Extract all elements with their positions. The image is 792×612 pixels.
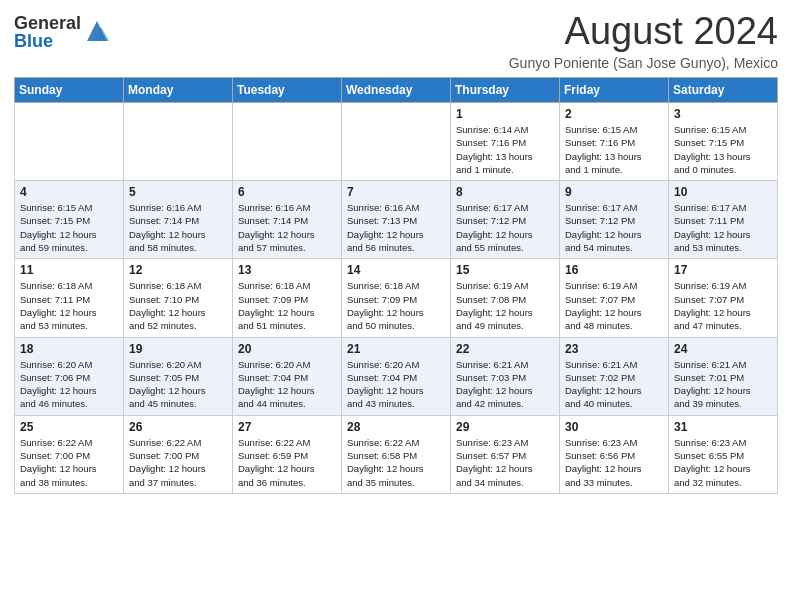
week-row-1: 1Sunrise: 6:14 AM Sunset: 7:16 PM Daylig… [15,103,778,181]
calendar-cell: 2Sunrise: 6:15 AM Sunset: 7:16 PM Daylig… [560,103,669,181]
day-number: 27 [238,420,336,434]
day-number: 14 [347,263,445,277]
calendar-cell: 16Sunrise: 6:19 AM Sunset: 7:07 PM Dayli… [560,259,669,337]
calendar-cell: 22Sunrise: 6:21 AM Sunset: 7:03 PM Dayli… [451,337,560,415]
weekday-wednesday: Wednesday [342,78,451,103]
calendar-cell: 3Sunrise: 6:15 AM Sunset: 7:15 PM Daylig… [669,103,778,181]
logo: General Blue [14,14,111,50]
day-number: 6 [238,185,336,199]
day-number: 7 [347,185,445,199]
calendar-cell: 21Sunrise: 6:20 AM Sunset: 7:04 PM Dayli… [342,337,451,415]
calendar-cell: 24Sunrise: 6:21 AM Sunset: 7:01 PM Dayli… [669,337,778,415]
calendar-cell: 25Sunrise: 6:22 AM Sunset: 7:00 PM Dayli… [15,415,124,493]
day-info: Sunrise: 6:18 AM Sunset: 7:09 PM Dayligh… [347,279,445,332]
day-number: 31 [674,420,772,434]
weekday-saturday: Saturday [669,78,778,103]
calendar-cell: 26Sunrise: 6:22 AM Sunset: 7:00 PM Dayli… [124,415,233,493]
day-info: Sunrise: 6:19 AM Sunset: 7:07 PM Dayligh… [674,279,772,332]
day-number: 25 [20,420,118,434]
day-number: 4 [20,185,118,199]
day-number: 26 [129,420,227,434]
day-info: Sunrise: 6:22 AM Sunset: 6:58 PM Dayligh… [347,436,445,489]
day-info: Sunrise: 6:17 AM Sunset: 7:12 PM Dayligh… [565,201,663,254]
calendar-cell [124,103,233,181]
day-number: 16 [565,263,663,277]
day-info: Sunrise: 6:20 AM Sunset: 7:06 PM Dayligh… [20,358,118,411]
day-number: 5 [129,185,227,199]
day-info: Sunrise: 6:18 AM Sunset: 7:09 PM Dayligh… [238,279,336,332]
calendar-cell: 7Sunrise: 6:16 AM Sunset: 7:13 PM Daylig… [342,181,451,259]
logo-text: General Blue [14,14,81,50]
day-info: Sunrise: 6:21 AM Sunset: 7:02 PM Dayligh… [565,358,663,411]
logo-icon [83,17,111,45]
calendar-cell: 19Sunrise: 6:20 AM Sunset: 7:05 PM Dayli… [124,337,233,415]
day-info: Sunrise: 6:14 AM Sunset: 7:16 PM Dayligh… [456,123,554,176]
day-number: 13 [238,263,336,277]
calendar-cell: 8Sunrise: 6:17 AM Sunset: 7:12 PM Daylig… [451,181,560,259]
day-number: 15 [456,263,554,277]
day-info: Sunrise: 6:18 AM Sunset: 7:11 PM Dayligh… [20,279,118,332]
day-info: Sunrise: 6:23 AM Sunset: 6:55 PM Dayligh… [674,436,772,489]
day-info: Sunrise: 6:17 AM Sunset: 7:11 PM Dayligh… [674,201,772,254]
calendar-cell: 4Sunrise: 6:15 AM Sunset: 7:15 PM Daylig… [15,181,124,259]
day-info: Sunrise: 6:15 AM Sunset: 7:16 PM Dayligh… [565,123,663,176]
day-info: Sunrise: 6:19 AM Sunset: 7:08 PM Dayligh… [456,279,554,332]
day-number: 1 [456,107,554,121]
calendar-cell: 30Sunrise: 6:23 AM Sunset: 6:56 PM Dayli… [560,415,669,493]
weekday-thursday: Thursday [451,78,560,103]
day-number: 10 [674,185,772,199]
day-info: Sunrise: 6:22 AM Sunset: 7:00 PM Dayligh… [129,436,227,489]
calendar-cell: 11Sunrise: 6:18 AM Sunset: 7:11 PM Dayli… [15,259,124,337]
day-info: Sunrise: 6:21 AM Sunset: 7:01 PM Dayligh… [674,358,772,411]
weekday-tuesday: Tuesday [233,78,342,103]
day-number: 12 [129,263,227,277]
logo-general: General [14,14,81,32]
day-info: Sunrise: 6:22 AM Sunset: 6:59 PM Dayligh… [238,436,336,489]
calendar-cell [233,103,342,181]
day-number: 9 [565,185,663,199]
week-row-5: 25Sunrise: 6:22 AM Sunset: 7:00 PM Dayli… [15,415,778,493]
day-number: 2 [565,107,663,121]
day-number: 23 [565,342,663,356]
calendar-cell: 29Sunrise: 6:23 AM Sunset: 6:57 PM Dayli… [451,415,560,493]
day-number: 28 [347,420,445,434]
logo-blue: Blue [14,32,81,50]
day-info: Sunrise: 6:16 AM Sunset: 7:13 PM Dayligh… [347,201,445,254]
calendar-cell [342,103,451,181]
weekday-sunday: Sunday [15,78,124,103]
day-info: Sunrise: 6:15 AM Sunset: 7:15 PM Dayligh… [20,201,118,254]
header: General Blue August 2024 Gunyo Poniente … [14,10,778,71]
day-info: Sunrise: 6:16 AM Sunset: 7:14 PM Dayligh… [129,201,227,254]
day-info: Sunrise: 6:19 AM Sunset: 7:07 PM Dayligh… [565,279,663,332]
day-info: Sunrise: 6:16 AM Sunset: 7:14 PM Dayligh… [238,201,336,254]
calendar-cell: 20Sunrise: 6:20 AM Sunset: 7:04 PM Dayli… [233,337,342,415]
day-number: 8 [456,185,554,199]
calendar-cell: 17Sunrise: 6:19 AM Sunset: 7:07 PM Dayli… [669,259,778,337]
weekday-monday: Monday [124,78,233,103]
calendar-cell: 5Sunrise: 6:16 AM Sunset: 7:14 PM Daylig… [124,181,233,259]
calendar-cell: 14Sunrise: 6:18 AM Sunset: 7:09 PM Dayli… [342,259,451,337]
page: General Blue August 2024 Gunyo Poniente … [0,0,792,504]
day-number: 11 [20,263,118,277]
day-number: 17 [674,263,772,277]
day-number: 21 [347,342,445,356]
day-number: 29 [456,420,554,434]
calendar-cell: 12Sunrise: 6:18 AM Sunset: 7:10 PM Dayli… [124,259,233,337]
calendar-cell: 23Sunrise: 6:21 AM Sunset: 7:02 PM Dayli… [560,337,669,415]
day-info: Sunrise: 6:20 AM Sunset: 7:04 PM Dayligh… [347,358,445,411]
day-number: 3 [674,107,772,121]
calendar-cell: 6Sunrise: 6:16 AM Sunset: 7:14 PM Daylig… [233,181,342,259]
day-number: 22 [456,342,554,356]
calendar: SundayMondayTuesdayWednesdayThursdayFrid… [14,77,778,494]
day-info: Sunrise: 6:18 AM Sunset: 7:10 PM Dayligh… [129,279,227,332]
day-info: Sunrise: 6:22 AM Sunset: 7:00 PM Dayligh… [20,436,118,489]
day-number: 19 [129,342,227,356]
day-info: Sunrise: 6:17 AM Sunset: 7:12 PM Dayligh… [456,201,554,254]
day-info: Sunrise: 6:21 AM Sunset: 7:03 PM Dayligh… [456,358,554,411]
day-number: 18 [20,342,118,356]
calendar-cell: 9Sunrise: 6:17 AM Sunset: 7:12 PM Daylig… [560,181,669,259]
day-number: 24 [674,342,772,356]
calendar-cell: 18Sunrise: 6:20 AM Sunset: 7:06 PM Dayli… [15,337,124,415]
calendar-cell [15,103,124,181]
day-info: Sunrise: 6:23 AM Sunset: 6:56 PM Dayligh… [565,436,663,489]
